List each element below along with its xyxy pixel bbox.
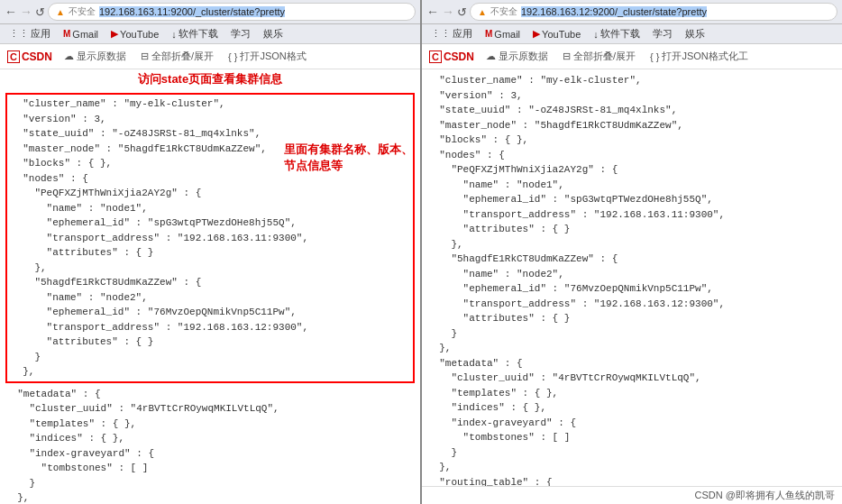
right-warning-icon: ▲	[478, 7, 487, 17]
right-bottom-bar: CSDN @即将拥有人鱼线的凯哥	[422, 486, 842, 504]
left-browser-pane: ← → ↺ ▲ 不安全 192.168.163.11:9200/_cluster…	[0, 0, 422, 504]
split-view: ← → ↺ ▲ 不安全 192.168.163.11:9200/_cluster…	[0, 0, 842, 504]
left-url-bar[interactable]: ▲ 不安全 192.168.163.11:9200/_cluster/state…	[48, 3, 416, 21]
left-json-highlighted: "cluster_name" : "my-elk-cluster", "vers…	[11, 96, 409, 380]
fold-icon: ⊟	[141, 50, 149, 62]
download-label: 软件下载	[178, 27, 218, 41]
right-gmail-icon: M	[485, 29, 492, 39]
csdn-logo-text: CSDN	[22, 50, 52, 63]
left-csdn-brand: C CSDN	[7, 50, 52, 63]
right-json-content: "cluster_name" : "my-elk-cluster", "vers…	[427, 73, 837, 486]
right-entertainment-label: 娱乐	[685, 27, 705, 41]
right-bm-youtube[interactable]: ▶ YouTube	[529, 27, 584, 41]
right-url-highlight: 192.168.163.12:9200/_cluster/state?prett…	[521, 6, 707, 17]
left-bookmarks-bar: ⋮⋮ 应用 M Gmail ▶ YouTube ↓ 软件下载 学习	[0, 24, 420, 44]
left-json-rest: "metadata" : { "cluster_uuid" : "4rBVTtC…	[5, 387, 415, 505]
left-insecure-label: 不安全	[69, 5, 96, 18]
right-fold-btn[interactable]: ⊟ 全部折叠/展开	[560, 49, 638, 64]
right-json-btn[interactable]: { } 打开JSON格式化工	[647, 49, 751, 64]
right-json-icon: { }	[650, 51, 659, 62]
show-raw-label: 显示原数据	[77, 50, 126, 63]
left-forward-button[interactable]: →	[20, 5, 32, 19]
left-json-btn[interactable]: { } 打开JSON格式	[225, 49, 309, 64]
right-chrome-bar: ← → ↺ ▲ 不安全 192.168.163.12:9200/_cluster…	[422, 0, 842, 24]
right-show-raw-label: 显示原数据	[499, 50, 548, 63]
right-csdn-logo-icon: C	[429, 50, 442, 63]
right-csdn-toolbar: C CSDN ☁ 显示原数据 ⊟ 全部折叠/展开 { } 打开JSON格式化工	[422, 44, 842, 69]
right-bookmarks-bar: ⋮⋮ 应用 M Gmail ▶ YouTube ↓ 软件下载 学习	[422, 24, 842, 44]
right-bm-apps[interactable]: ⋮⋮ 应用	[427, 26, 476, 41]
right-apps-label: 应用	[453, 27, 472, 41]
left-reload-button[interactable]: ↺	[35, 5, 45, 19]
apps-label: 应用	[31, 27, 50, 41]
right-apps-icon: ⋮⋮	[431, 28, 451, 40]
right-back-button[interactable]: ←	[426, 5, 439, 19]
left-bm-gmail[interactable]: M Gmail	[59, 28, 102, 41]
right-page-content[interactable]: "cluster_name" : "my-elk-cluster", "vers…	[422, 69, 842, 486]
left-bm-youtube[interactable]: ▶ YouTube	[107, 27, 162, 41]
right-json-label: 打开JSON格式化工	[662, 50, 747, 63]
youtube-icon: ▶	[111, 28, 118, 40]
left-url-highlight: 192.168.163.11:9200/_cluster/state?prett…	[99, 6, 285, 17]
csdn-logo-icon: C	[7, 50, 20, 63]
left-bm-entertainment[interactable]: 娱乐	[260, 26, 287, 41]
left-chrome-bar: ← → ↺ ▲ 不安全 192.168.163.11:9200/_cluster…	[0, 0, 420, 24]
credit-text: CSDN @即将拥有人鱼线的凯哥	[695, 489, 835, 502]
left-show-raw-btn[interactable]: ☁ 显示原数据	[61, 49, 129, 64]
right-browser-pane: ← → ↺ ▲ 不安全 192.168.163.12:9200/_cluster…	[422, 0, 842, 504]
cloud-icon: ☁	[64, 50, 74, 62]
apps-icon: ⋮⋮	[9, 28, 29, 40]
right-youtube-icon: ▶	[533, 28, 540, 40]
right-bm-download[interactable]: ↓ 软件下载	[590, 26, 644, 41]
json-label: 打开JSON格式	[240, 50, 306, 63]
right-fold-icon: ⊟	[563, 50, 571, 62]
right-bm-study[interactable]: 学习	[649, 26, 676, 41]
left-url-text: 192.168.163.11:9200/_cluster/state?prett…	[99, 6, 285, 17]
left-bm-apps[interactable]: ⋮⋮ 应用	[5, 26, 54, 41]
left-back-button[interactable]: ←	[5, 5, 17, 19]
right-reload-button[interactable]: ↺	[457, 5, 467, 19]
left-bm-download[interactable]: ↓ 软件下载	[168, 26, 222, 41]
right-bm-gmail[interactable]: M Gmail	[481, 28, 524, 41]
right-cloud-icon: ☁	[486, 50, 496, 62]
right-study-label: 学习	[653, 27, 673, 41]
right-youtube-label: YouTube	[542, 29, 581, 40]
gmail-label: Gmail	[72, 29, 98, 40]
left-page-content[interactable]: 访问state页面查看集群信息 "cluster_name" : "my-elk…	[0, 69, 420, 504]
left-csdn-toolbar: C CSDN ☁ 显示原数据 ⊟ 全部折叠/展开 { } 打开JSON格式	[0, 44, 420, 69]
left-warning-icon: ▲	[56, 7, 65, 17]
right-download-label: 软件下载	[600, 27, 640, 41]
right-url-text: 192.168.163.12:9200/_cluster/state?prett…	[521, 6, 707, 17]
left-bm-study[interactable]: 学习	[227, 26, 254, 41]
fold-label: 全部折叠/展开	[151, 50, 214, 63]
right-insecure-label: 不安全	[490, 5, 517, 18]
download-icon: ↓	[171, 29, 177, 40]
right-csdn-logo-text: CSDN	[444, 50, 474, 63]
gmail-icon: M	[63, 29, 70, 39]
right-csdn-brand: C CSDN	[429, 50, 474, 63]
right-fold-label: 全部折叠/展开	[573, 50, 636, 63]
left-json-highlight-container: "cluster_name" : "my-elk-cluster", "vers…	[5, 93, 415, 504]
left-red-border-box: "cluster_name" : "my-elk-cluster", "vers…	[5, 93, 415, 383]
main-annotation-text: 访问state页面查看集群信息	[138, 71, 282, 87]
entertainment-label: 娱乐	[263, 27, 283, 41]
right-forward-button[interactable]: →	[442, 5, 454, 19]
left-fold-btn[interactable]: ⊟ 全部折叠/展开	[138, 49, 216, 64]
right-url-bar[interactable]: ▲ 不安全 192.168.163.12:9200/_cluster/state…	[470, 3, 837, 21]
main-container: ← → ↺ ▲ 不安全 192.168.163.11:9200/_cluster…	[0, 0, 842, 504]
right-bm-entertainment[interactable]: 娱乐	[682, 26, 709, 41]
json-icon: { }	[228, 51, 237, 62]
youtube-label: YouTube	[120, 29, 159, 40]
right-download-icon: ↓	[593, 29, 599, 40]
right-show-raw-btn[interactable]: ☁ 显示原数据	[483, 49, 551, 64]
study-label: 学习	[231, 27, 251, 41]
right-gmail-label: Gmail	[494, 29, 520, 40]
